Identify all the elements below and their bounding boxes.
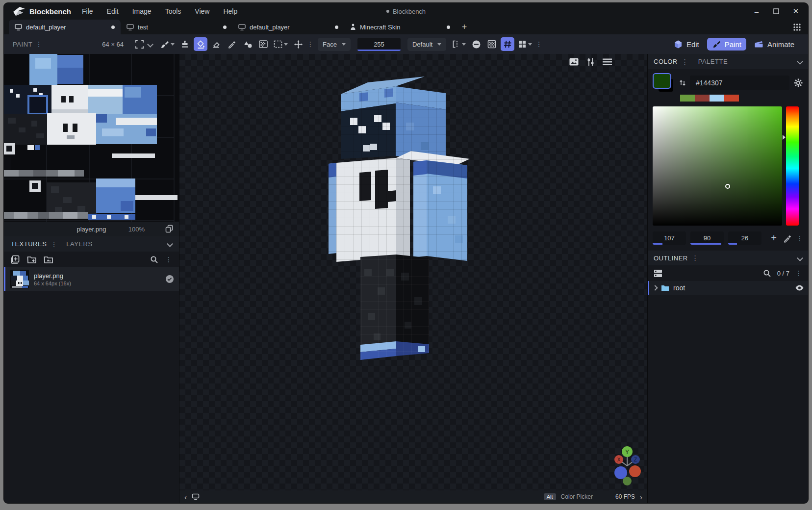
hue-input[interactable]: 107 <box>653 231 686 245</box>
eraser-tool-button[interactable] <box>209 37 223 51</box>
draw-shape-tool-button[interactable] <box>241 37 254 51</box>
tab-color[interactable]: COLOR <box>654 58 678 65</box>
tab-layers[interactable]: LAYERS <box>66 240 92 248</box>
panel-menu-icon[interactable]: ⋮ <box>35 41 42 48</box>
tab-default-player-2[interactable]: default_player <box>232 20 344 34</box>
mode-animate-button[interactable]: Animate <box>749 38 799 51</box>
eyedropper-icon[interactable] <box>783 234 792 243</box>
menu-tools[interactable]: Tools <box>165 7 181 15</box>
grid-apps-icon[interactable] <box>793 23 801 31</box>
tab-palette[interactable]: PALETTE <box>698 58 728 65</box>
saturation-input[interactable]: 90 <box>690 231 724 245</box>
collapse-panel-icon[interactable] <box>167 241 173 247</box>
palette-swatch[interactable] <box>680 95 695 102</box>
color-options-menu-icon[interactable]: ⋮ <box>796 235 803 242</box>
textures-menu-icon[interactable]: ⋮ <box>51 241 57 248</box>
palette-swatch[interactable] <box>710 95 724 102</box>
copy-icon[interactable] <box>165 225 173 233</box>
value-slider-track <box>728 243 737 245</box>
saturation-value-picker[interactable] <box>653 106 782 226</box>
fullscreen-button[interactable] <box>132 37 146 51</box>
pixel-perfect-button[interactable] <box>485 37 499 51</box>
mode-edit-button[interactable]: Edit <box>669 38 704 51</box>
hue-slider-track <box>653 243 662 245</box>
view-gizmo[interactable]: Y X Z <box>610 444 644 485</box>
selection-tool-button[interactable] <box>272 37 289 51</box>
texture-selected-check-icon[interactable] <box>165 275 174 283</box>
collapse-color-panel-icon[interactable] <box>797 58 803 65</box>
new-tab-button[interactable]: + <box>456 20 473 34</box>
3d-viewport[interactable]: Y X Z ‹ Alt Color Picker 60 FPS › <box>179 54 647 503</box>
prev-view-arrow[interactable]: ‹ <box>184 493 187 501</box>
mode-paint-button[interactable]: Paint <box>707 38 746 51</box>
caret-down-icon <box>437 43 441 46</box>
hue-slider[interactable] <box>786 106 799 226</box>
chevron-down-icon[interactable] <box>147 41 153 48</box>
mirror-painting-button[interactable] <box>450 37 467 51</box>
screen-view-icon[interactable] <box>192 493 200 501</box>
brush-tool-button[interactable] <box>158 37 176 51</box>
background-image-icon[interactable] <box>569 58 579 66</box>
color-picker-tool-button[interactable] <box>225 37 239 51</box>
fill-bucket-tool-button[interactable] <box>194 37 207 51</box>
outliner-view-toggle-icon[interactable] <box>654 269 662 278</box>
menu-edit[interactable]: Edit <box>107 7 119 15</box>
uv-grid-button[interactable] <box>516 37 533 51</box>
value-input[interactable]: 26 <box>728 231 761 245</box>
import-texture-icon[interactable] <box>27 255 37 264</box>
outliner-options-menu-icon[interactable]: ⋮ <box>795 270 802 277</box>
palette-swatch[interactable] <box>724 95 739 102</box>
expand-root-icon[interactable] <box>652 285 658 290</box>
texture-uv-canvas[interactable] <box>4 54 179 222</box>
hue-cursor[interactable] <box>783 135 786 140</box>
toolbar-section-menu-icon[interactable]: ⋮ <box>307 41 314 48</box>
tab-test[interactable]: test <box>121 20 232 34</box>
menu-image[interactable]: Image <box>132 7 152 15</box>
swap-colors-icon[interactable] <box>679 79 686 87</box>
app-window: Blockbench File Edit Image Tools View He… <box>4 3 808 503</box>
lock-alpha-button[interactable] <box>469 37 483 51</box>
copy-brush-tool-button[interactable] <box>178 37 192 51</box>
move-tool-button[interactable] <box>291 37 305 51</box>
add-to-palette-button[interactable]: + <box>769 232 779 244</box>
menu-help[interactable]: Help <box>223 7 237 15</box>
textures-list-menu-icon[interactable]: ⋮ <box>165 256 172 263</box>
textures-list-empty-area <box>4 291 179 503</box>
color-swatches[interactable] <box>653 73 675 93</box>
create-texture-icon[interactable] <box>11 255 20 264</box>
outliner-menu-icon[interactable]: ⋮ <box>692 255 699 261</box>
toolbar-overflow-icon[interactable]: ⋮ <box>535 41 542 48</box>
menu-view[interactable]: View <box>195 7 209 15</box>
gradient-tool-button[interactable] <box>256 37 270 51</box>
next-view-arrow[interactable]: › <box>640 493 642 501</box>
tab-minecraft-skin[interactable]: Minecraft Skin <box>344 20 456 34</box>
blend-mode-dropdown[interactable]: Default <box>407 38 446 51</box>
paint-toolbar: PAINT ⋮ 64 × 64 <box>4 34 808 54</box>
opacity-slider[interactable]: 255 <box>357 38 401 51</box>
pixel-grid-toggle[interactable] <box>501 37 514 51</box>
close-button[interactable]: ✕ <box>788 5 803 18</box>
texture-list-item[interactable]: player.png 64 x 64px (16x) <box>4 267 179 291</box>
search-icon[interactable] <box>150 255 158 264</box>
viewport-settings-sliders-icon[interactable] <box>586 57 595 66</box>
color-menu-icon[interactable]: ⋮ <box>682 58 688 65</box>
primary-color-swatch[interactable] <box>653 73 671 89</box>
color-settings-gear-icon[interactable] <box>793 78 803 88</box>
tab-default-player-1[interactable]: default_player <box>9 20 121 34</box>
person-icon <box>350 24 356 30</box>
collapse-outliner-icon[interactable] <box>797 255 803 261</box>
unsaved-dot-icon <box>447 26 450 29</box>
hex-color-input[interactable]: #144307 <box>690 76 789 90</box>
palette-swatch[interactable] <box>695 95 710 102</box>
viewport-menu-icon[interactable] <box>603 58 612 66</box>
menu-file[interactable]: File <box>82 7 93 15</box>
outliner-root-row[interactable]: root <box>648 281 808 295</box>
minimize-button[interactable]: – <box>749 5 764 18</box>
search-icon[interactable] <box>763 269 771 278</box>
tab-textures[interactable]: TEXTURES <box>11 240 47 248</box>
face-dropdown[interactable]: Face <box>318 38 351 51</box>
visibility-eye-icon[interactable] <box>795 284 804 291</box>
maximize-button[interactable] <box>769 5 784 18</box>
sv-cursor[interactable] <box>725 184 730 189</box>
reference-image-icon[interactable] <box>44 255 53 264</box>
